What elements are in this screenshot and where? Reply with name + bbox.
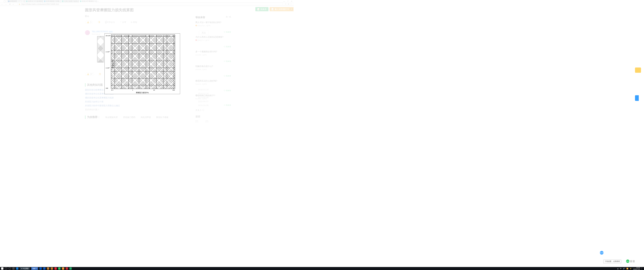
ytick: 100 xyxy=(106,87,108,89)
sidebar-q-count: 832995 人参与 xyxy=(196,68,207,77)
star-icon[interactable]: ☆ xyxy=(285,3,286,5)
sidebar-q: 糖霜西瓜汤怎么做好喝?582974 人参与🗨 我来答 xyxy=(196,79,231,92)
favicon xyxy=(26,1,28,2)
similar-item[interactable]: 通风管道单位长度摩擦阻力线算2013-05-05 xyxy=(85,96,208,99)
sidebar-q-answer[interactable]: 🗨 我来答 xyxy=(224,60,231,63)
chart-modal[interactable]: 风量/(m³/h) 20×10⁴ 1×10⁴ 1×10³ 100 0.1 1 1… xyxy=(104,33,180,94)
minimize-button[interactable]: — xyxy=(282,0,286,2)
tab-strip: 咿哩咿哩（′▽`）づ 千杯~× 风管水力计算局部阻力系数× 风管局部阻力系数 -… xyxy=(0,0,99,3)
sidebar-q: 多一个脆脆桃会变白吗?812296 人参与🗨 我来答 xyxy=(196,50,231,63)
back-button[interactable]: ← xyxy=(1,3,3,5)
rec-item[interactable]: 圆形柱子模板 xyxy=(156,116,168,119)
sidebar-q-title[interactable]: 糖霜西瓜汤怎么做好喝? xyxy=(196,79,231,82)
tab-3[interactable]: 论风口的阻力损失及阻力系× xyxy=(61,0,79,3)
sidebar-q-answer[interactable]: 🗨 我来答 xyxy=(224,31,231,33)
rec-title: 为你推荐： xyxy=(85,115,100,119)
sidebar-q-count: 86541015 人参与 xyxy=(197,25,210,27)
sidebar-q-title[interactable]: 吃酸的食品是什么? xyxy=(196,65,231,68)
sidebar-q-title[interactable]: 多一个脆脆桃会变白吗? xyxy=(196,50,231,53)
sidebar-refresh[interactable]: 换一换 xyxy=(226,16,231,19)
sidebar-q-answer[interactable]: 🗨 我来答 xyxy=(224,75,231,77)
favicon xyxy=(80,1,82,2)
similar-item[interactable]: 风管阻力软件中圆管阻力系数怎么确定2016-05-05 xyxy=(85,104,208,107)
thumb-icon[interactable] xyxy=(206,120,208,123)
tab-title: 风管局部阻力系数 - 图文 - 百 xyxy=(46,0,61,3)
sidebar-q-answer[interactable]: 🗨 我来答 xyxy=(224,104,231,106)
ytick: 1×10⁴ xyxy=(106,51,110,53)
sidebar-more[interactable]: 更多人 ⓘ xyxy=(196,109,231,111)
avatar[interactable] xyxy=(85,30,90,35)
menu-icon[interactable]: ⋯ xyxy=(290,3,292,5)
sidebar-q-title[interactable]: 两人可以一辈子租房生活吗? xyxy=(196,21,231,24)
most-answer-label: 匿名 xyxy=(85,15,208,18)
xtick: 1 xyxy=(132,89,133,91)
sidebar-q: 两人可以一辈子租房生活吗?86541015 人参与🗨 我来答 xyxy=(196,21,231,33)
home-button[interactable]: ⌂ xyxy=(13,3,14,5)
thumbs-up[interactable]: 👍3 xyxy=(85,21,93,24)
thumbs-up-count: 3 xyxy=(90,21,91,24)
dot-icon xyxy=(196,25,197,26)
sidebar-q-title[interactable]: 为什么有的人忍耐杀还是继续? xyxy=(196,36,231,38)
invite-button-label: 📝 邀人回答题打卡 xyxy=(272,8,289,11)
close-icon[interactable]: ✕ xyxy=(290,8,293,11)
question-actions: 👍3 👎 💬 评论(1) ↗ 分享 ⊘ 举报 xyxy=(85,21,208,24)
comment-link[interactable]: 💬 评论(1) xyxy=(105,21,115,24)
chart-thumbnail xyxy=(97,36,104,62)
close-button[interactable]: ✕ xyxy=(290,0,294,2)
thumbs-up-icon: 👍 xyxy=(87,21,89,24)
ext-icon[interactable]: ≡ xyxy=(288,3,289,5)
sidebar-search-thumbs xyxy=(196,120,231,123)
similar-more[interactable]: 更多类似问题 > xyxy=(85,108,208,111)
similar-item-text: 风管阻力如何让计算 xyxy=(85,100,104,103)
invite-button[interactable]: 📝 邀人回答题打卡✕ xyxy=(270,7,294,11)
thumbs-down[interactable]: 👎 xyxy=(98,73,101,76)
sidebar-q-count: 那82574 人参与 xyxy=(197,39,209,41)
thumb-icon[interactable] xyxy=(196,120,198,123)
similar-item-text: 风管阻力软件中圆管阻力系数怎么确定 xyxy=(85,104,120,107)
sidebar-q: 为什么有的人忍耐杀还是继续?那82574 人参与🗨 我来答 xyxy=(196,36,231,48)
url-right: ☆ ≡ ⋯ xyxy=(285,3,292,5)
similar-item-text: 通风管道单位长度摩擦阻力线算 xyxy=(85,96,114,99)
sidebar-q-count: 812541 人参与 xyxy=(196,98,207,106)
thumbs-down[interactable]: 👎 xyxy=(98,21,100,24)
tab-4-active[interactable]: 圆形风管摩擦阻力损失× xyxy=(79,0,96,3)
tab-0[interactable]: 咿哩咿哩（′▽`）づ 千杯~× xyxy=(7,0,25,3)
url-text: https://zhidao.baidu.com/question/590718… xyxy=(21,3,59,5)
sidebar-q-answer[interactable]: 🗨 我来答 xyxy=(224,89,231,92)
report-link[interactable]: ⊘ 举报 xyxy=(131,21,137,24)
favicon xyxy=(8,1,10,2)
sidebar-q-answer[interactable]: 🗨 我来答 xyxy=(224,46,231,48)
tab-2[interactable]: 风管局部阻力系数 - 图文 - 百× xyxy=(43,0,61,3)
sidebar-q: 吃酸的食品是什么?832995 人参与🗨 我来答 xyxy=(196,65,231,77)
rec-item[interactable]: 管道施工图档 xyxy=(123,116,135,119)
reload-button[interactable]: ⟳ xyxy=(9,3,11,5)
url-bar: ← → ⟳ ⌂ 🔒 https://zhidao.baidu.com/quest… xyxy=(0,3,294,6)
answerer-name[interactable]: TEL13917570211 xyxy=(92,30,108,33)
nav-buttons: ← → ⟳ ⌂ xyxy=(1,3,15,6)
share-link[interactable]: ↗ 分享 xyxy=(120,21,126,24)
tab-title: 论风口的阻力损失及阻力系 xyxy=(64,0,79,3)
sidebar-q: 哪些特殊口味的粽子?812541 人参与🗨 我来答 xyxy=(196,94,231,106)
answerer-tag: 铁粉 xyxy=(109,31,113,33)
thumbs-up-icon: 👍 xyxy=(87,73,89,75)
address-field[interactable]: 🔒 https://zhidao.baidu.com/question/5907… xyxy=(17,3,283,5)
answer-button[interactable]: 📝 我来答 xyxy=(255,7,268,11)
rec-item[interactable]: 风机消声器 xyxy=(140,116,151,119)
question-title: 圆形风管摩擦阻力损失线算图 xyxy=(85,8,208,13)
favicon xyxy=(44,1,46,2)
xtick: 100 xyxy=(172,89,175,91)
new-tab-button[interactable]: + xyxy=(96,0,99,3)
rec-item[interactable]: 除尘螺旋风管 xyxy=(106,116,118,119)
similar-item[interactable]: 风管阻力如何让计算2020-06-07 xyxy=(85,100,208,103)
ytick: 20×10⁴ xyxy=(106,35,110,37)
tab-1[interactable]: 风管水力计算局部阻力系数× xyxy=(25,0,43,3)
xtick: 0.1 xyxy=(111,89,113,91)
sidebar-q-count: 582974 人参与 xyxy=(196,83,207,92)
chart-xlabel: 摩擦阻力损失/Pa xyxy=(105,91,180,94)
thumbs-up-count: 37 xyxy=(90,73,92,75)
sidebar-search-title: 搜索 xyxy=(196,115,231,118)
thumbs-up[interactable]: 👍37 xyxy=(85,73,94,76)
maximize-button[interactable]: □ xyxy=(286,0,290,2)
sidebar-q-title[interactable]: 哪些特殊口味的粽子? xyxy=(196,94,231,97)
forward-button[interactable]: → xyxy=(5,3,7,5)
